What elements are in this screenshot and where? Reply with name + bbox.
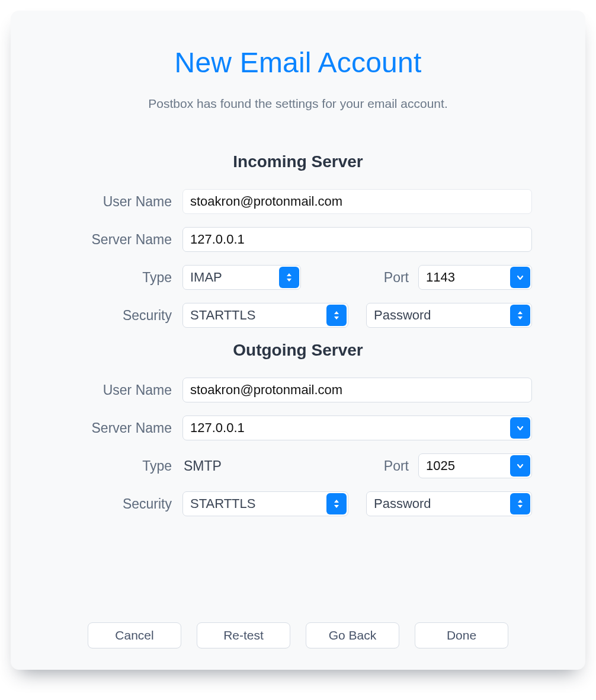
label-type: Type xyxy=(64,458,182,474)
outgoing-auth-select[interactable]: Password xyxy=(366,491,532,516)
outgoing-security-value: STARTTLS xyxy=(190,496,255,512)
go-back-button[interactable]: Go Back xyxy=(306,622,399,648)
incoming-security-row: Security STARTTLS Password xyxy=(64,303,532,328)
chevron-down-icon xyxy=(510,417,530,439)
label-user-name: User Name xyxy=(64,194,182,210)
incoming-auth-value: Password xyxy=(374,308,431,323)
chevron-updown-icon xyxy=(510,493,530,514)
cancel-button[interactable]: Cancel xyxy=(88,622,181,648)
label-security: Security xyxy=(64,308,182,324)
chevron-updown-icon xyxy=(326,493,347,514)
label-port: Port xyxy=(371,458,418,474)
chevron-updown-icon xyxy=(510,305,530,326)
outgoing-username-row: User Name stoakron@protonmail.com xyxy=(64,378,532,402)
done-button[interactable]: Done xyxy=(415,622,508,648)
outgoing-auth-value: Password xyxy=(374,496,431,512)
label-server-name: Server Name xyxy=(64,232,182,248)
page-title: New Email Account xyxy=(64,46,532,79)
outgoing-servername-select[interactable]: 127.0.0.1 xyxy=(182,415,532,440)
incoming-port-select[interactable]: 1143 xyxy=(418,265,532,290)
incoming-servername-row: Server Name 127.0.0.1 xyxy=(64,227,532,252)
incoming-auth-select[interactable]: Password xyxy=(366,303,532,328)
outgoing-port-value: 1025 xyxy=(426,458,455,474)
label-user-name: User Name xyxy=(64,382,182,398)
incoming-type-value: IMAP xyxy=(190,270,222,285)
label-server-name: Server Name xyxy=(64,420,182,436)
chevron-updown-icon xyxy=(326,305,347,326)
outgoing-username-input[interactable]: stoakron@protonmail.com xyxy=(182,378,532,402)
outgoing-security-row: Security STARTTLS Password xyxy=(64,491,532,516)
incoming-servername-input[interactable]: 127.0.0.1 xyxy=(182,227,532,252)
label-security: Security xyxy=(64,496,182,512)
chevron-down-icon xyxy=(510,455,530,477)
incoming-username-row: User Name stoakron@protonmail.com xyxy=(64,189,532,214)
incoming-port-value: 1143 xyxy=(426,270,455,285)
incoming-security-select[interactable]: STARTTLS xyxy=(182,303,348,328)
retest-button[interactable]: Re-test xyxy=(197,622,290,648)
label-port: Port xyxy=(371,270,418,286)
chevron-updown-icon xyxy=(279,267,299,288)
outgoing-heading: Outgoing Server xyxy=(64,341,532,360)
dialog-panel: New Email Account Postbox has found the … xyxy=(11,11,585,670)
label-type: Type xyxy=(64,270,182,286)
dialog-footer: Cancel Re-test Go Back Done xyxy=(11,622,585,648)
incoming-type-select[interactable]: IMAP xyxy=(182,265,301,290)
outgoing-type-port-row: Type SMTP Port 1025 xyxy=(64,453,532,478)
incoming-heading: Incoming Server xyxy=(64,152,532,171)
page-subtitle: Postbox has found the settings for your … xyxy=(64,97,532,111)
outgoing-port-select[interactable]: 1025 xyxy=(418,453,532,478)
outgoing-servername-value: 127.0.0.1 xyxy=(190,420,245,436)
incoming-type-port-row: Type IMAP Port 1143 xyxy=(64,265,532,290)
incoming-security-value: STARTTLS xyxy=(190,308,255,323)
incoming-username-input[interactable]: stoakron@protonmail.com xyxy=(182,189,532,214)
dialog-window: New Email Account Postbox has found the … xyxy=(0,0,596,700)
outgoing-servername-row: Server Name 127.0.0.1 xyxy=(64,415,532,440)
outgoing-security-select[interactable]: STARTTLS xyxy=(182,491,348,516)
chevron-down-icon xyxy=(510,267,530,288)
outgoing-type-value: SMTP xyxy=(182,458,301,474)
